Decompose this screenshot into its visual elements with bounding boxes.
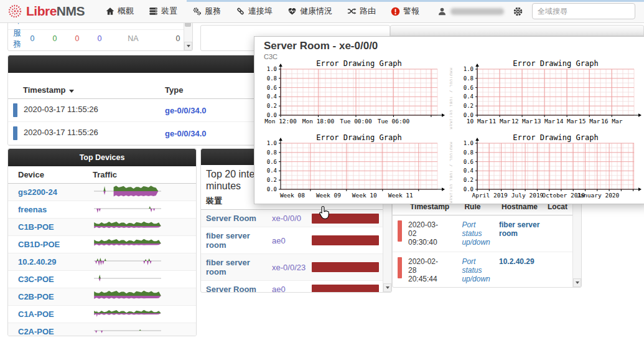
svg-text:0.0: 0.0	[267, 186, 277, 192]
device-link[interactable]: C2B-POE	[18, 292, 54, 301]
interface-usage-bar[interactable]	[312, 285, 379, 293]
nav-item-label: 連接埠	[248, 6, 273, 17]
event-severity-marker	[13, 103, 17, 117]
interface-usage-bar[interactable]	[312, 262, 379, 272]
nav-item-5[interactable]: 路由	[340, 0, 383, 22]
alert-hostname-link[interactable]: fiber server room	[499, 220, 539, 238]
svg-text:16 Mar: 16 Mar	[601, 118, 623, 125]
svg-text:Week 09: Week 09	[316, 192, 341, 199]
interface-port-link[interactable]: ae0	[272, 236, 286, 245]
nav-item-2[interactable]: 服務	[185, 0, 228, 22]
interface-port-link[interactable]: ae0	[272, 285, 286, 293]
event-severity-marker	[13, 126, 17, 140]
svg-text:July 2019: July 2019	[511, 192, 544, 199]
svg-text:Error Drawing Graph: Error Drawing Graph	[316, 133, 401, 142]
traffic-sparkline[interactable]	[93, 202, 162, 215]
interface-port-link[interactable]: xe-0/0/23	[272, 263, 306, 272]
health-icon	[287, 7, 297, 16]
svg-text:Error Drawing Graph: Error Drawing Graph	[513, 133, 598, 142]
alert-row: 2020-03-02 09:30:40Port status up/downfi…	[393, 215, 572, 252]
traffic-sparkline[interactable]	[93, 237, 162, 250]
svg-text:0.6: 0.6	[464, 85, 474, 91]
nav-item-label: 概觀	[118, 6, 134, 17]
device-link[interactable]: C1A-POE	[18, 309, 54, 319]
alert-rule-link[interactable]: Port status up/down	[462, 257, 490, 283]
svg-text:0.6: 0.6	[464, 159, 474, 165]
device-link[interactable]: freenas	[18, 205, 47, 214]
nav-item-0[interactable]: 概觀	[98, 0, 141, 22]
traffic-sparkline[interactable]	[93, 184, 162, 198]
eventlog-col-type[interactable]: Type	[160, 82, 258, 99]
device-link[interactable]: 10.2.40.29	[18, 257, 56, 267]
traffic-sparkline[interactable]	[93, 219, 162, 233]
svg-text:0.4: 0.4	[464, 93, 474, 100]
librenms-logo[interactable]: LibreNMS	[7, 4, 85, 19]
svg-text:April 2019: April 2019	[472, 192, 508, 199]
alert-severity-marker	[398, 220, 402, 242]
routing-icon	[347, 7, 357, 16]
top-edge-strip	[187, 0, 644, 2]
svg-text:11 Mar: 11 Mar	[489, 118, 511, 125]
librenms-logo-icon	[7, 4, 22, 19]
svg-text:0.8: 0.8	[267, 149, 277, 156]
top-device-row: 10.2.40.29	[8, 253, 196, 271]
nav-item-3[interactable]: 連接埠	[228, 0, 280, 22]
device-link[interactable]: C3C-POE	[18, 275, 54, 284]
interface-device-link[interactable]: fiber server room	[206, 258, 250, 276]
services-link[interactable]: 服務	[13, 27, 21, 50]
nav-item-6[interactable]: 警報	[383, 0, 427, 22]
traffic-sparkline[interactable]	[93, 272, 162, 285]
summary-scroll-down-button[interactable]	[184, 42, 192, 50]
traffic-sparkline[interactable]	[93, 324, 162, 336]
user-menu[interactable]	[437, 7, 504, 16]
alert-icon	[391, 7, 400, 16]
alert-rule-link[interactable]: Port status up/down	[462, 220, 490, 247]
top-interfaces-scroll-down-button[interactable]	[383, 283, 391, 292]
top-interface-row: fiber server roomae0	[201, 227, 383, 254]
svg-text:14 Mar: 14 Mar	[556, 118, 578, 125]
top-device-row: CB1D-POE	[8, 236, 196, 253]
nav-item-4[interactable]: 健康情況	[280, 0, 340, 22]
main-menu: 概觀裝置服務連接埠健康情況路由警報	[98, 0, 427, 22]
svg-text:0.2: 0.2	[267, 103, 277, 109]
settings-gear-icon[interactable]	[513, 6, 523, 17]
global-search-input[interactable]	[532, 3, 635, 19]
interface-usage-bar[interactable]	[312, 235, 379, 245]
interface-device-link[interactable]: fiber server room	[206, 231, 250, 250]
device-link[interactable]: CB1D-POE	[18, 240, 60, 249]
device-link[interactable]: C1B-POE	[18, 222, 54, 232]
top-device-row: freenas	[8, 201, 196, 219]
svg-text:1.0: 1.0	[267, 66, 277, 72]
device-link[interactable]: gs2200-24	[18, 187, 57, 197]
traffic-sparkline[interactable]	[93, 306, 162, 320]
top-device-row: C1A-POE	[8, 306, 196, 323]
service-count-2: 0	[66, 34, 88, 43]
devices-icon	[149, 7, 158, 16]
traffic-sparkline[interactable]	[93, 254, 162, 268]
top-device-row: C2A-POE	[8, 323, 196, 337]
svg-text:0.8: 0.8	[464, 149, 474, 156]
svg-text:Tue 06:00: Tue 06:00	[378, 118, 410, 125]
svg-text:10 Mar: 10 Mar	[467, 118, 488, 125]
alert-hostname-link[interactable]: 10.2.40.29	[499, 257, 534, 266]
nav-item-label: 路由	[360, 6, 376, 17]
traffic-sparkline[interactable]	[93, 289, 162, 303]
svg-text:Error Drawing Graph: Error Drawing Graph	[513, 59, 598, 68]
interface-port-link[interactable]: xe-0/0/0	[272, 214, 301, 223]
interface-device-link[interactable]: Server Room	[206, 285, 256, 293]
event-type-link[interactable]: ge-0/0/34.0	[165, 129, 207, 138]
popup-title: Server Room - xe-0/0/0	[264, 40, 378, 52]
top-interface-row: fiber server roomxe-0/0/23	[201, 254, 383, 281]
nav-item-1[interactable]: 裝置	[141, 0, 185, 22]
rrd-graph-3: Error Drawing Graph0.00.20.40.60.81.0Apr…	[452, 133, 644, 207]
nav-item-label: 裝置	[161, 6, 177, 17]
interface-device-link[interactable]: Server Room	[206, 214, 256, 223]
device-link[interactable]: C2A-POE	[18, 327, 54, 336]
mouse-cursor	[319, 205, 330, 222]
alerts-scroll-down-button[interactable]	[573, 278, 581, 287]
service-count-4: NA	[111, 34, 156, 43]
alert-row: 2020-02-28 20:45:44Port status up/down10…	[393, 252, 572, 288]
eventlog-col-timestamp[interactable]: Timestamp	[8, 82, 160, 99]
top-right-panel-header	[390, 25, 644, 36]
event-type-link[interactable]: ge-0/0/34.0	[165, 106, 207, 115]
